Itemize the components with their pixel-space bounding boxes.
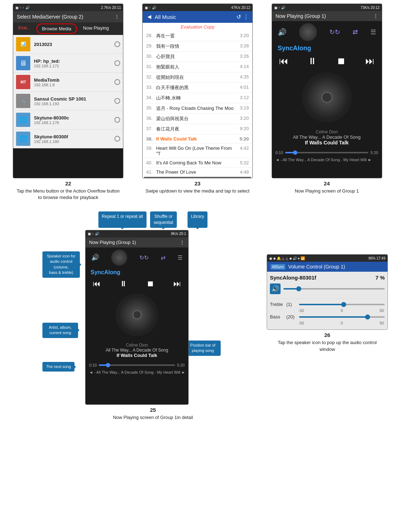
list-item[interactable]: 🌐 Skytune-80300c 192.168.1.176 bbox=[13, 111, 123, 129]
s24-progress-bar[interactable] bbox=[285, 152, 368, 153]
s22-item-icon: 🖥 bbox=[16, 56, 30, 70]
song-dur: 3:26 bbox=[236, 53, 249, 60]
s26-treble-track[interactable] bbox=[299, 304, 385, 305]
s24-pause-btn[interactable]: ⏸ bbox=[308, 56, 317, 67]
s22-item-name: HP: hp_ted: bbox=[34, 58, 114, 64]
list-item[interactable]: 📊 2013023 bbox=[13, 35, 123, 54]
s22-item-icon: 🌐 bbox=[16, 132, 30, 146]
list-item[interactable]: 38.If Walls Could Talk5:20 bbox=[143, 134, 252, 144]
song-title: The Power Of Love bbox=[156, 169, 236, 175]
song-dur: 3:20 bbox=[236, 116, 249, 122]
s23-back-icon[interactable]: ◄ bbox=[146, 13, 153, 21]
s22-now-playing-button[interactable]: Now Playing bbox=[78, 22, 114, 35]
s22-item-radio[interactable] bbox=[114, 136, 120, 142]
s25-next-btn[interactable]: ⏭ bbox=[173, 279, 181, 288]
s25-pause-btn[interactable]: ⏸ bbox=[119, 279, 127, 288]
list-item[interactable]: 30.心肝寶貝3:26 bbox=[143, 52, 252, 62]
s25-syncalong: SyncAlong bbox=[86, 268, 188, 277]
song-num: 32. bbox=[146, 74, 156, 81]
s24-stop-btn[interactable]: ⏹ bbox=[337, 56, 346, 67]
screenshot-25-box: ▣ ↑ 🔊 8K/s 20:1 Now Playing (Group 1) ⋮ … bbox=[85, 230, 189, 405]
list-item[interactable]: 36.梁山伯與祝英台3:20 bbox=[143, 114, 252, 124]
list-item[interactable]: 37.春江花月夜9:20 bbox=[143, 124, 252, 134]
s22-item-radio[interactable] bbox=[114, 79, 120, 85]
s24-next-btn[interactable]: ⏭ bbox=[365, 56, 375, 67]
s24-album: All The Way... A Decade Of Song bbox=[276, 134, 378, 140]
s25-library-icon[interactable]: ☰ bbox=[178, 254, 183, 261]
s26-treble-fill bbox=[299, 304, 344, 305]
s22-status-bar: ▣ ↑ ↑ 🔊 2.7K/s 20:11 bbox=[13, 4, 123, 11]
s25-prev-btn[interactable]: ⏮ bbox=[93, 279, 101, 288]
s26-volume-slider-track[interactable] bbox=[283, 288, 385, 290]
s23-caption-text: Swipe up/down to view the media and tap … bbox=[145, 188, 250, 194]
s25-speaker-icon[interactable]: 🔊 bbox=[91, 254, 99, 261]
s22-item-radio[interactable] bbox=[114, 117, 120, 123]
s25-album-art-area bbox=[86, 291, 188, 339]
s25-progress: 0:10 5:20 bbox=[86, 362, 188, 369]
s24-speaker-icon[interactable]: 🔊 bbox=[278, 28, 287, 36]
list-item[interactable]: 🔧 Sansui Cosmic SP 1001 192.168.1.193 bbox=[13, 92, 123, 111]
screenshot-24-cell: ▣ ↑ 🔊 73K/s 20:12 Now Playing (Group 1) … bbox=[268, 4, 386, 204]
s23-eval-copy: Evaluation Copy bbox=[143, 23, 252, 31]
s25-song: If Walls Could Talk bbox=[89, 353, 185, 358]
list-item[interactable]: 39.Heart Will Go On (Love Theme From "T4… bbox=[143, 144, 252, 158]
s22-browse-media-button[interactable]: Browse Media bbox=[36, 24, 77, 34]
list-item[interactable]: 34.山不轉,水轉3:12 bbox=[143, 93, 252, 103]
song-num: 33. bbox=[146, 85, 156, 91]
song-num: 37. bbox=[146, 126, 156, 132]
s25-progress-bar[interactable] bbox=[99, 364, 175, 366]
s24-library-icon[interactable]: ☰ bbox=[370, 28, 376, 36]
s22-item-name: Sansui Cosmic SP 1001 bbox=[34, 96, 114, 102]
song-title: 梁山伯與祝英台 bbox=[156, 116, 236, 122]
s24-overflow-icon[interactable]: ⋮ bbox=[373, 13, 378, 19]
artist-annotation: Artist, album,current song bbox=[42, 323, 78, 338]
list-item[interactable]: 🖥 HP: hp_ted: 192.168.1.171 bbox=[13, 54, 123, 73]
list-item[interactable]: 29.我有一段情3:28 bbox=[143, 41, 252, 52]
s22-item-ip: 192.168.1.176 bbox=[34, 121, 114, 125]
list-item[interactable]: MT MediaTomb 192.168.1.8 bbox=[13, 73, 123, 92]
list-item[interactable]: 40.It's All Coming Back To Me Now5:32 bbox=[143, 158, 252, 168]
s23-overflow-icon[interactable]: ⋮ bbox=[243, 14, 249, 20]
s26-volume-thumb[interactable] bbox=[296, 286, 301, 291]
s26-volume-speaker-icon[interactable]: 🔊 bbox=[270, 283, 281, 294]
s23-refresh-icon[interactable]: ↺ bbox=[236, 14, 241, 20]
s26-bass-thumb[interactable] bbox=[365, 314, 370, 319]
song-num: 34. bbox=[146, 95, 156, 101]
s24-album-art-inner bbox=[322, 92, 332, 103]
s25-shuffle-icon[interactable]: ⇄ bbox=[161, 254, 165, 261]
song-title: 我有一段情 bbox=[156, 43, 236, 50]
s25-annotation-wrapper: Speaker icon foraudio control (volume,ba… bbox=[42, 230, 221, 405]
s24-prev-btn[interactable]: ⏮ bbox=[279, 56, 288, 67]
s25-overflow-icon[interactable]: ⋮ bbox=[180, 240, 185, 245]
s23-song-list: 28.再生一置3:20 29.我有一段情3:28 30.心肝寶貝3:26 31.… bbox=[143, 31, 252, 178]
list-item[interactable]: 🌐 Skytune-80300f 192.168.1.180 bbox=[13, 129, 123, 148]
song-num: 30. bbox=[146, 53, 156, 60]
screenshot-22-box: ▣ ↑ ↑ 🔊 2.7K/s 20:11 Select MediaServer … bbox=[13, 4, 123, 178]
list-item[interactable]: 28.再生一置3:20 bbox=[143, 31, 252, 41]
artist-arrow bbox=[78, 329, 81, 332]
s24-repeat-icon[interactable]: ↻↻ bbox=[329, 28, 340, 36]
s26-bass-fill bbox=[299, 316, 368, 318]
s26-treble-thumb[interactable] bbox=[341, 302, 346, 307]
s24-shuffle-icon[interactable]: ⇄ bbox=[353, 28, 358, 36]
s22-overflow-icon[interactable]: ⋮ bbox=[114, 14, 119, 20]
s24-status-info: 73K/s 20:12 bbox=[360, 6, 379, 10]
list-item[interactable]: 31.抱緊眼前人4:14 bbox=[143, 62, 252, 72]
s25-repeat-icon[interactable]: ↻↻ bbox=[139, 254, 149, 261]
s26-bass-track[interactable] bbox=[299, 316, 385, 318]
s22-item-name: MediaTomb bbox=[34, 77, 114, 83]
s25-header: Now Playing (Group 1) ⋮ bbox=[86, 237, 188, 247]
s22-item-radio[interactable] bbox=[114, 60, 120, 66]
screenshot-24-box: ▣ ↑ 🔊 73K/s 20:12 Now Playing (Group 1) … bbox=[272, 4, 382, 178]
s22-item-radio[interactable] bbox=[114, 98, 120, 104]
song-num: 31. bbox=[146, 64, 156, 70]
list-item[interactable]: 33.白天不懂夜的黑4:01 bbox=[143, 83, 252, 93]
screenshot-25-cell: Repeat 1 or repeat all Shuffle orsequent… bbox=[4, 211, 260, 424]
s25-stop-btn[interactable]: ⏹ bbox=[147, 279, 154, 288]
s23-tooltip: Media Server: 192.168.1.194:54594 bbox=[144, 177, 251, 178]
s22-item-radio[interactable] bbox=[114, 41, 120, 47]
list-item[interactable]: 32.從開始到現在4:35 bbox=[143, 72, 252, 83]
next-song-annotation-text: The next song bbox=[46, 364, 71, 369]
list-item[interactable]: 35.追月 - Rosy Cloads Chasing The Moo3:19 bbox=[143, 103, 252, 114]
list-item[interactable]: 41. The Power Of Love 4:49 bbox=[143, 168, 252, 177]
